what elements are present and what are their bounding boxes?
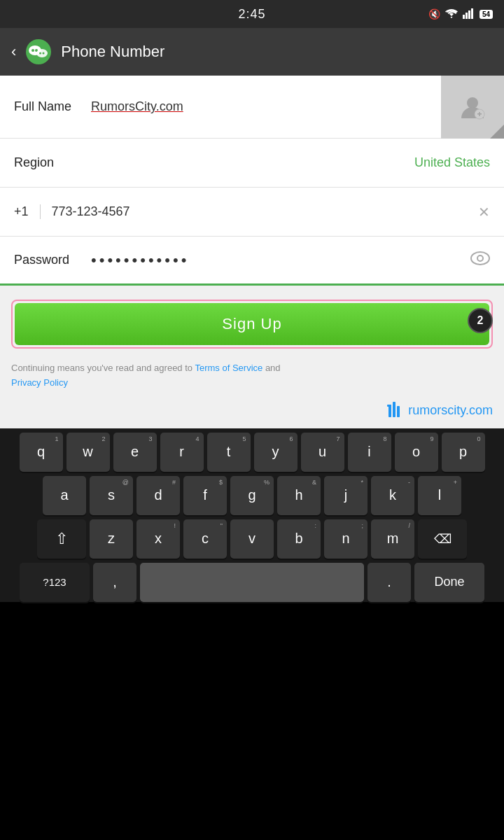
terms-and: and [265,363,281,373]
key-symbols[interactable]: ?123 [20,563,90,602]
svg-rect-2 [468,10,470,19]
page-title: Phone Number [61,43,164,61]
key-r[interactable]: 4r [160,433,204,472]
key-f[interactable]: $f [183,476,227,515]
key-h[interactable]: &h [277,476,321,515]
fullname-label: Full Name [14,99,91,114]
svg-rect-14 [479,112,480,116]
key-comma[interactable]: , [93,563,136,602]
key-q[interactable]: 1q [20,433,63,472]
key-k[interactable]: -k [371,476,414,515]
password-row: Password •••••••••••• [0,237,504,286]
key-z[interactable]: z [90,519,133,559]
password-dots: •••••••••••• [91,251,470,270]
keyboard-row-1: 1q 2w 3e 4r 5t 6y 7u 8i 9o 0p [3,433,501,472]
key-v[interactable]: v [230,519,274,559]
watermark-domain: .com [465,403,493,417]
status-time: 2:45 [238,7,265,22]
key-space[interactable] [140,563,364,602]
key-a[interactable]: a [43,476,86,515]
svg-point-10 [43,52,45,55]
key-p[interactable]: 0p [442,433,485,472]
key-period[interactable]: . [368,563,411,602]
keyboard-row-4: ?123 , . Done [3,563,501,602]
signup-container: Sign Up 2 [0,286,504,356]
mute-icon: 🔇 [428,8,440,20]
key-g[interactable]: %g [230,476,274,515]
clear-phone-icon[interactable]: ✕ [478,204,490,220]
svg-rect-18 [393,402,396,417]
keyboard-row-3: ⇧ z !x "c v :b ;n /m ⌫ [3,519,501,559]
show-password-icon[interactable] [470,251,490,270]
watermark-logo-icon [384,399,404,423]
signup-button[interactable]: Sign Up [15,303,489,345]
wechat-logo-icon [24,38,52,66]
wifi-icon [444,8,458,21]
key-x[interactable]: !x [136,519,180,559]
keyboard-row-2: a @s #d $f %g &h *j -k +l [3,476,501,515]
phone-input[interactable] [52,204,478,219]
key-done[interactable]: Done [414,563,484,602]
battery-indicator: 54 [479,10,493,19]
watermark: rumorscity.com [0,393,504,428]
status-bar: 2:45 🔇 54 [0,0,504,28]
key-n[interactable]: ;n [324,519,368,559]
key-m[interactable]: /m [371,519,414,559]
country-code[interactable]: +1 [14,204,41,219]
key-backspace[interactable]: ⌫ [418,519,467,559]
key-s[interactable]: @s [90,476,133,515]
svg-rect-19 [397,406,400,417]
fullname-input[interactable] [91,94,427,120]
key-w[interactable]: 2w [66,433,110,472]
svg-point-11 [467,97,478,108]
region-value: United States [414,155,490,170]
key-u[interactable]: 7u [301,433,344,472]
svg-point-8 [36,49,48,57]
terms-prefix: Continuing means you've read and agreed … [11,363,192,373]
key-shift[interactable]: ⇧ [37,519,86,559]
region-label: Region [14,155,91,170]
password-label: Password [14,253,91,267]
region-row[interactable]: Region United States [0,139,504,188]
key-j[interactable]: *j [324,476,368,515]
keyboard: 1q 2w 3e 4r 5t 6y 7u 8i 9o 0p a @s #d $f… [0,428,504,602]
app-header: ‹ Phone Number [0,28,504,76]
signal-icon [463,8,475,21]
svg-point-16 [477,255,483,261]
privacy-policy-link[interactable]: Privacy Policy [11,377,68,388]
key-b[interactable]: :b [277,519,321,559]
svg-point-9 [39,52,41,55]
key-c[interactable]: "c [183,519,227,559]
svg-rect-0 [463,15,465,19]
fullname-row: Full Name [0,76,504,139]
svg-rect-20 [387,405,391,407]
watermark-text: rumorscity.com [408,403,493,418]
avatar-placeholder[interactable] [441,76,504,139]
watermark-name: rumorscity [408,403,465,417]
key-t[interactable]: 5t [207,433,251,472]
status-icons: 🔇 54 [428,8,493,21]
key-e[interactable]: 3e [113,433,157,472]
terms-of-service-link[interactable]: Terms of Service [195,363,262,373]
form-area: Full Name Region United States +1 ✕ Pass… [0,76,504,428]
key-l[interactable]: +l [418,476,461,515]
terms-text: Continuing means you've read and agreed … [0,356,504,393]
svg-rect-3 [471,8,473,19]
svg-point-15 [471,252,489,265]
key-d[interactable]: #d [136,476,180,515]
back-button[interactable]: ‹ [11,43,16,61]
phone-row: +1 ✕ [0,188,504,237]
step-badge: 2 [468,308,493,333]
key-y[interactable]: 6y [254,433,298,472]
key-i[interactable]: 8i [348,433,391,472]
signup-button-wrapper: Sign Up [11,300,493,349]
svg-point-6 [31,49,34,52]
svg-rect-1 [465,13,468,19]
key-o[interactable]: 9o [395,433,438,472]
